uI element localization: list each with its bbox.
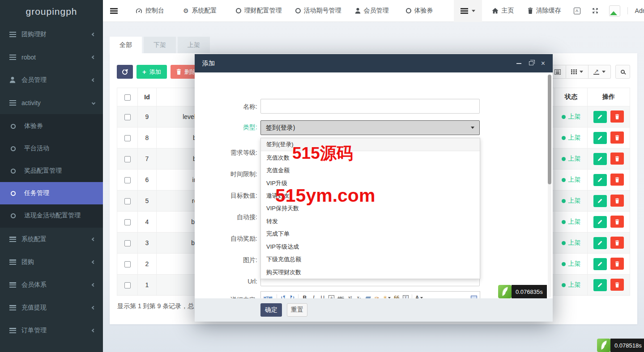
pencil-icon bbox=[597, 283, 602, 288]
search-button[interactable] bbox=[615, 65, 630, 79]
row-delete-button[interactable] bbox=[610, 110, 624, 123]
nav-member-manage[interactable]: 会员管理 bbox=[355, 7, 389, 15]
tab-off-shelf[interactable]: 下架 bbox=[144, 37, 176, 53]
trash-icon bbox=[615, 114, 619, 119]
row-delete-button[interactable] bbox=[610, 216, 624, 228]
trash-icon bbox=[615, 135, 619, 140]
sidebar-item-group-finance[interactable]: 团购理财 bbox=[0, 23, 103, 46]
trash-icon bbox=[615, 177, 619, 182]
row-checkbox[interactable] bbox=[124, 261, 131, 267]
fullscreen-button[interactable] bbox=[592, 8, 598, 14]
add-button[interactable]: + 添加 bbox=[136, 65, 167, 79]
close-icon[interactable]: × bbox=[541, 60, 545, 67]
sidebar-item-order-manage[interactable]: 订单管理 bbox=[0, 319, 103, 342]
sidebar-subitem-task-manage[interactable]: 任务管理 bbox=[0, 182, 103, 204]
option-sub-recharge-total[interactable]: 下级充值总额 bbox=[261, 253, 480, 266]
tab-on-shelf[interactable]: 上架 bbox=[178, 37, 210, 53]
scrollbar-thumb[interactable] bbox=[548, 75, 551, 184]
edit-button[interactable] bbox=[593, 237, 607, 249]
minimize-icon[interactable] bbox=[516, 63, 521, 64]
reset-button[interactable]: 重置 bbox=[287, 303, 307, 317]
list-icon bbox=[8, 32, 17, 37]
edit-button[interactable] bbox=[593, 279, 607, 291]
option-invite-friends[interactable]: 邀请好友 bbox=[261, 190, 480, 202]
sidebar-subitem-cash-activity[interactable]: 送现金活动配置管理 bbox=[0, 204, 103, 227]
option-vip-level-reached[interactable]: VIP等级达成 bbox=[261, 241, 480, 253]
refresh-button[interactable] bbox=[117, 65, 133, 79]
user-menu[interactable]: Admin bbox=[609, 5, 644, 17]
edit-button[interactable] bbox=[593, 153, 607, 165]
edit-button[interactable] bbox=[593, 132, 607, 144]
edit-button[interactable] bbox=[593, 258, 607, 270]
option-recharge-count[interactable]: 充值次数 bbox=[261, 151, 480, 164]
row-delete-button[interactable] bbox=[610, 195, 624, 207]
sidebar-item-robot[interactable]: robot bbox=[0, 46, 103, 68]
name-input[interactable] bbox=[260, 99, 480, 114]
columns-button[interactable] bbox=[566, 65, 589, 79]
language-button[interactable]: A bbox=[574, 8, 580, 14]
divider bbox=[627, 7, 628, 14]
status-badge: 上架 bbox=[562, 218, 581, 226]
row-checkbox[interactable] bbox=[124, 198, 131, 204]
row-checkbox[interactable] bbox=[124, 282, 131, 288]
row-delete-button[interactable] bbox=[610, 174, 624, 186]
tab-all[interactable]: 全部 bbox=[110, 37, 142, 53]
sidebar-toggle-button[interactable] bbox=[110, 8, 118, 14]
nav-home[interactable]: 主页 bbox=[492, 7, 514, 15]
edit-button[interactable] bbox=[593, 111, 607, 123]
sidebar-item-groupbuy[interactable]: 团购 bbox=[0, 250, 103, 273]
add-dialog: 添加 × 名称: 类型: 需求等级: 时间限制: 目标数值: 自动接: 自动奖励… bbox=[195, 54, 553, 322]
sidebar-subitem-platform-activity[interactable]: 平台活动 bbox=[0, 137, 103, 160]
chevron-left-icon bbox=[92, 260, 95, 263]
nav-coupon[interactable]: 体验券 bbox=[406, 7, 433, 15]
row-delete-button[interactable] bbox=[610, 279, 624, 291]
option-complete-order[interactable]: 完成下单 bbox=[261, 228, 480, 240]
nav-activity-period[interactable]: 活动期号管理 bbox=[295, 7, 341, 15]
sidebar-item-system-config[interactable]: 系统配置 bbox=[0, 228, 103, 250]
edit-button[interactable] bbox=[593, 216, 607, 228]
row-delete-button[interactable] bbox=[610, 153, 624, 165]
option-signin[interactable]: 签到(登录) bbox=[261, 138, 480, 151]
nav-list-dropdown[interactable] bbox=[454, 0, 482, 22]
option-share[interactable]: 转发 bbox=[261, 215, 480, 228]
row-id: 2 bbox=[138, 254, 157, 275]
row-checkbox[interactable] bbox=[124, 135, 131, 141]
search-icon bbox=[621, 70, 625, 74]
dialog-titlebar[interactable]: 添加 × bbox=[195, 54, 553, 72]
sidebar-subitem-prize-config[interactable]: 奖品配置管理 bbox=[0, 160, 103, 182]
sidebar-item-recharge-withdraw[interactable]: 充值提现 bbox=[0, 296, 103, 319]
row-id: 1 bbox=[138, 275, 157, 296]
row-checkbox[interactable] bbox=[124, 240, 131, 246]
edit-button[interactable] bbox=[593, 195, 607, 207]
option-recharge-amount[interactable]: 充值金额 bbox=[261, 164, 480, 177]
sidebar-item-member-system[interactable]: 会员体系 bbox=[0, 273, 103, 296]
status-badge: 上架 bbox=[562, 239, 581, 247]
nav-dashboard[interactable]: 控制台 bbox=[136, 7, 164, 15]
circle-icon bbox=[11, 146, 19, 151]
pencil-icon bbox=[597, 241, 602, 246]
confirm-button[interactable]: 确定 bbox=[260, 303, 282, 317]
option-vip-keep-days[interactable]: VIP保持天数 bbox=[261, 202, 480, 215]
option-buy-finance-count[interactable]: 购买理财次数 bbox=[261, 266, 480, 279]
sidebar-item-members[interactable]: 会员管理 bbox=[0, 68, 103, 91]
option-vip-upgrade[interactable]: VIP升级 bbox=[261, 177, 480, 189]
nav-clear-cache[interactable]: 清除缓存 bbox=[528, 7, 561, 15]
sidebar-subitem-coupon[interactable]: 体验券 bbox=[0, 115, 103, 137]
row-delete-button[interactable] bbox=[610, 237, 624, 249]
sidebar-item-activity[interactable]: activity bbox=[0, 91, 103, 114]
trash-icon bbox=[615, 156, 619, 161]
row-checkbox[interactable] bbox=[124, 114, 131, 120]
sidebar-item-label: 系统配置 bbox=[21, 235, 47, 243]
edit-button[interactable] bbox=[593, 174, 607, 186]
type-select[interactable]: 签到(登录) bbox=[260, 120, 480, 135]
export-button[interactable]: ↗ bbox=[589, 65, 611, 79]
row-delete-button[interactable] bbox=[610, 258, 624, 270]
row-checkbox[interactable] bbox=[124, 219, 131, 225]
maximize-icon[interactable] bbox=[529, 61, 533, 65]
row-delete-button[interactable] bbox=[610, 131, 624, 144]
row-checkbox[interactable] bbox=[124, 177, 131, 183]
row-checkbox[interactable] bbox=[124, 156, 131, 162]
select-all-checkbox[interactable] bbox=[124, 94, 131, 101]
nav-finance-config[interactable]: 理财配置管理 bbox=[236, 7, 282, 15]
nav-system-config[interactable]: ⚙ 系统配置 bbox=[183, 7, 217, 15]
